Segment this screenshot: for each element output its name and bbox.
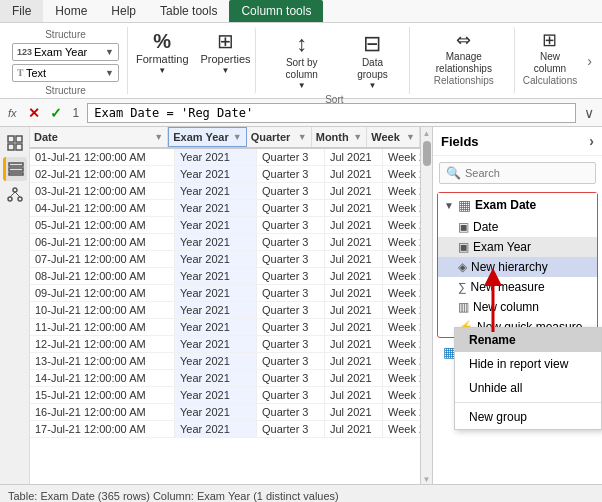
table-cell: Week 29 [383, 353, 420, 369]
context-item-rename[interactable]: Rename [455, 328, 601, 352]
table-cell: 06-Jul-21 12:00:00 AM [30, 234, 175, 250]
ribbon-expand-icon: › [587, 53, 592, 69]
table-cell: Jul 2021 [325, 319, 383, 335]
sort-by-column-button[interactable]: ↕ Sort by column ▼ [266, 29, 338, 94]
field-type-select[interactable]: 𝐓 Text ▼ [12, 64, 119, 82]
formula-bar: fx ✕ ✓ 1 ∨ [0, 99, 602, 127]
formula-input[interactable] [87, 103, 576, 123]
table-cell: Quarter 3 [257, 404, 325, 420]
relationships-icon: ⇔ [456, 31, 471, 49]
svg-line-10 [10, 192, 15, 197]
new-column-tree-label: New column [473, 300, 539, 314]
formula-expand-icon[interactable]: ∨ [580, 105, 598, 121]
fields-tree: ▼ ▦ Exam Date ▣ Date ▣ Exam Year ◈ New [433, 190, 602, 484]
table-cell: Year 2021 [175, 183, 257, 199]
table-cell: Quarter 3 [257, 268, 325, 284]
col-header-week[interactable]: Week ▼ [367, 127, 420, 147]
status-bar: Table: Exam Date (365 rows) Column: Exam… [0, 484, 602, 502]
formula-confirm-button[interactable]: ✓ [47, 105, 65, 121]
new-column-button[interactable]: ⊞ New column Calculations [519, 27, 582, 94]
tab-column-tools[interactable]: Column tools [229, 0, 323, 22]
exam-year-field-label: Exam Year [473, 240, 531, 254]
table-cell: 09-Jul-21 12:00:00 AM [30, 285, 175, 301]
table-cell: 15-Jul-21 12:00:00 AM [30, 387, 175, 403]
table-cell: Year 2021 [175, 421, 257, 437]
tab-home[interactable]: Home [43, 0, 99, 22]
svg-rect-3 [16, 144, 22, 150]
svg-rect-6 [9, 173, 23, 175]
col-header-quarter[interactable]: Quarter ▼ [247, 127, 312, 147]
table-cell: 10-Jul-21 12:00:00 AM [30, 302, 175, 318]
context-item-hide[interactable]: Hide in report view [455, 352, 601, 376]
table-cell: Jul 2021 [325, 387, 383, 403]
table-cell: 13-Jul-21 12:00:00 AM [30, 353, 175, 369]
table-cell: Quarter 3 [257, 353, 325, 369]
nav-model-icon[interactable] [3, 183, 27, 207]
structure-label: Structure [12, 29, 119, 40]
table-cell: Jul 2021 [325, 404, 383, 420]
exam-date-group-header[interactable]: ▼ ▦ Exam Date [438, 193, 597, 217]
ribbon-expand-button[interactable]: › [585, 27, 594, 94]
tree-item-date[interactable]: ▣ Date [438, 217, 597, 237]
table-cell: Jul 2021 [325, 200, 383, 216]
new-measure-label: New measure [471, 280, 545, 294]
manage-relationships-button[interactable]: ⇔ Manage relationships Relationships [414, 27, 515, 94]
properties-button[interactable]: ⊞ Properties ▼ [196, 27, 255, 94]
table-row: 03-Jul-21 12:00:00 AMYear 2021Quarter 3J… [30, 183, 420, 200]
main-area: Date ▼ Exam Year ▼ Quarter ▼ Month ▼ Wee… [0, 127, 602, 484]
col-header-exam-year[interactable]: Exam Year ▼ [168, 127, 246, 147]
col-header-month[interactable]: Month ▼ [312, 127, 368, 147]
table-cell: Jul 2021 [325, 234, 383, 250]
table-cell: Week 29 [383, 319, 420, 335]
table-scrollbar[interactable]: ▲ ▼ [420, 127, 432, 484]
new-column-icon: ⊞ [542, 31, 557, 49]
exam-year-field-icon: ▣ [458, 240, 469, 254]
nav-report-icon[interactable] [3, 131, 27, 155]
table-row: 13-Jul-21 12:00:00 AMYear 2021Quarter 3J… [30, 353, 420, 370]
exam-date-label: Exam Date [475, 198, 591, 212]
table-cell: Quarter 3 [257, 234, 325, 250]
field-name-select[interactable]: 123 Exam Year ▼ [12, 43, 119, 61]
table-cell: Week 27 [383, 166, 420, 182]
new-hierarchy-label: New hierarchy [471, 260, 548, 274]
table-cell: Jul 2021 [325, 353, 383, 369]
context-item-unhide[interactable]: Unhide all [455, 376, 601, 400]
table-cell: Year 2021 [175, 234, 257, 250]
fields-expand-icon[interactable]: › [589, 133, 594, 149]
tree-item-exam-year[interactable]: ▣ Exam Year [438, 237, 597, 257]
scroll-up-icon[interactable]: ▲ [423, 129, 431, 138]
table-header: Date ▼ Exam Year ▼ Quarter ▼ Month ▼ Wee… [30, 127, 420, 149]
table-cell: Week 27 [383, 183, 420, 199]
formatting-button[interactable]: % Formatting ▼ [132, 27, 192, 94]
table-cell: 01-Jul-21 12:00:00 AM [30, 149, 175, 165]
context-menu: Rename Hide in report view Unhide all Ne… [454, 327, 602, 430]
svg-point-9 [18, 197, 22, 201]
tab-table-tools[interactable]: Table tools [148, 0, 229, 22]
properties-arrow: ▼ [222, 66, 230, 75]
formula-cancel-button[interactable]: ✕ [25, 105, 43, 121]
tab-help[interactable]: Help [99, 0, 148, 22]
scroll-down-icon[interactable]: ▼ [423, 475, 431, 484]
field-name-text: Exam Year [34, 46, 103, 58]
context-item-new-group[interactable]: New group [455, 405, 601, 429]
col-header-date[interactable]: Date ▼ [30, 127, 168, 147]
tree-item-new-measure[interactable]: ∑ New measure [438, 277, 597, 297]
table-cell: Week 29 [383, 404, 420, 420]
table-cell: Jul 2021 [325, 421, 383, 437]
table-cell: Jul 2021 [325, 149, 383, 165]
scroll-thumb[interactable] [423, 141, 431, 166]
tree-item-new-hierarchy[interactable]: ◈ New hierarchy [438, 257, 597, 277]
table-cell: Quarter 3 [257, 421, 325, 437]
tree-item-new-column[interactable]: ▥ New column [438, 297, 597, 317]
new-hierarchy-icon: ◈ [458, 260, 467, 274]
data-groups-button[interactable]: ⊟ Data groups ▼ [342, 29, 403, 94]
table-row: 12-Jul-21 12:00:00 AMYear 2021Quarter 3J… [30, 336, 420, 353]
table-row: 01-Jul-21 12:00:00 AMYear 2021Quarter 3J… [30, 149, 420, 166]
fields-search-box[interactable]: 🔍 [439, 162, 596, 184]
nav-data-icon[interactable] [3, 157, 27, 181]
table-cell: Year 2021 [175, 166, 257, 182]
table-cell: Year 2021 [175, 404, 257, 420]
tab-file[interactable]: File [0, 0, 43, 22]
table-row: 16-Jul-21 12:00:00 AMYear 2021Quarter 3J… [30, 404, 420, 421]
fields-search-input[interactable] [465, 167, 602, 179]
